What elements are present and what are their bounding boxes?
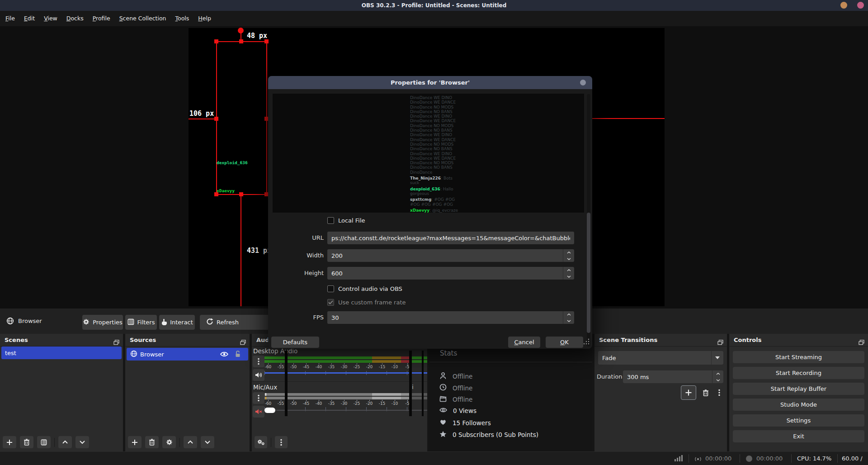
menu-item[interactable]: Docks: [62, 11, 88, 26]
menu-item[interactable]: File: [1, 11, 19, 26]
chat-message: DinoDance WE DINO: [410, 95, 452, 100]
remove-scene-button[interactable]: [20, 436, 33, 448]
visibility-eye-icon[interactable]: [220, 351, 228, 359]
add-transition-button[interactable]: [681, 385, 696, 400]
chat-message: #OG #OG #OG #OG: [410, 202, 453, 207]
chat-line: gorgeous: [410, 191, 458, 196]
dialog-titlebar[interactable]: Properties for 'Browser': [268, 76, 592, 89]
properties-dialog: Properties for 'Browser' DinoDance WE DI…: [268, 76, 592, 349]
add-scene-button[interactable]: [3, 436, 16, 448]
volume-slider[interactable]: [264, 372, 427, 374]
menu-item[interactable]: Edit: [19, 11, 39, 26]
dialog-close-icon[interactable]: [580, 80, 586, 85]
url-input[interactable]: ps://chat.constt.de/rocketleague?maxMess…: [327, 232, 574, 244]
refresh-button[interactable]: Refresh: [200, 315, 274, 330]
unlock-icon[interactable]: [235, 350, 241, 359]
fps-spinbox[interactable]: 30: [327, 311, 574, 324]
resize-handle-top-left[interactable]: [214, 39, 218, 43]
control-button[interactable]: Start Replay Buffer: [733, 383, 864, 395]
chat-message: DinoDance NO BANS: [410, 109, 453, 114]
volume-slider-handle[interactable]: [264, 408, 275, 413]
fps-label: FPS: [268, 311, 324, 324]
url-label: URL: [268, 232, 324, 244]
local-file-checkbox[interactable]: [327, 217, 334, 224]
move-scene-up-button[interactable]: [58, 436, 72, 448]
filters-button[interactable]: Filters: [125, 315, 157, 330]
source-list-item[interactable]: Browser: [127, 348, 248, 361]
resize-handle-top-right[interactable]: [264, 39, 269, 43]
duration-label: Duration: [594, 370, 623, 383]
transitions-dock-title: Scene Transitions: [599, 337, 657, 343]
control-button[interactable]: Start Recording: [733, 367, 864, 379]
move-source-up-button[interactable]: [184, 436, 197, 448]
transition-menu-button[interactable]: [715, 387, 723, 399]
add-source-button[interactable]: [128, 436, 142, 448]
sources-dock-title: Sources: [130, 337, 156, 343]
gear-icon: [83, 318, 90, 327]
interact-button[interactable]: Interact: [159, 315, 195, 330]
scenes-dock: Scenes Scene test: [0, 334, 123, 451]
ok-button[interactable]: OK: [546, 337, 583, 348]
remove-transition-button[interactable]: [700, 387, 712, 399]
menu-item[interactable]: View: [39, 11, 62, 26]
stats-value: Offline: [453, 373, 472, 380]
chat-message: DinoDance WE DANCE: [410, 100, 456, 104]
popout-icon[interactable]: [240, 337, 246, 349]
meter-scale-label: -20: [363, 401, 376, 406]
volume-meter-muted: [264, 393, 427, 396]
resize-grip-icon[interactable]: [583, 338, 590, 347]
control-button[interactable]: Start Streaming: [733, 351, 864, 363]
height-spinbox[interactable]: 600: [327, 267, 574, 280]
selected-source-label: Browser: [18, 318, 42, 324]
window-button-close[interactable]: [857, 2, 864, 9]
dialog-scrollbar[interactable]: [587, 94, 590, 346]
spin-down-icon: [567, 275, 571, 278]
chat-message: DinoDance NO BANS: [410, 165, 453, 170]
remove-source-button[interactable]: [145, 436, 159, 448]
chat-line: DinoDance NO MODS: [410, 105, 458, 109]
menu-item[interactable]: Scene Collection: [115, 11, 171, 26]
muted-speaker-icon[interactable]: [253, 406, 264, 418]
volume-slider-track[interactable]: [276, 410, 427, 411]
cancel-button[interactable]: Cancel: [508, 337, 540, 348]
chat-message: DinoDance WE DINO: [410, 152, 452, 156]
scene-list-item[interactable]: test: [1, 346, 122, 359]
window-button-minimize[interactable]: [840, 2, 847, 9]
resize-handle-top-center[interactable]: [239, 39, 243, 43]
move-source-down-button[interactable]: [201, 436, 214, 448]
meter-scale-label: -10: [388, 401, 401, 406]
mixer-menu-button[interactable]: [275, 436, 288, 448]
menu-bar: FileEditViewDocksProfileScene Collection…: [0, 11, 868, 26]
custom-framerate-checkbox[interactable]: [327, 299, 334, 306]
chat-message: : #OG #OG: [431, 197, 455, 202]
control-button[interactable]: Studio Mode: [733, 399, 864, 411]
width-spinbox[interactable]: 200: [327, 249, 574, 262]
chat-message: DinoDance WE DINO: [410, 133, 452, 137]
scene-filters-button[interactable]: [37, 436, 51, 448]
spacing-line-left: [189, 119, 216, 119]
custom-framerate-label: Use custom frame rate: [338, 299, 406, 306]
menu-item[interactable]: Help: [193, 11, 216, 26]
stats-row: 0 Subscribers (0 Sub Points): [439, 431, 538, 439]
menu-item[interactable]: Profile: [88, 11, 115, 26]
advanced-audio-button[interactable]: [255, 436, 267, 448]
refresh-icon: [206, 318, 213, 327]
refresh-button-label: Refresh: [217, 319, 239, 326]
duration-spinbox[interactable]: 300 ms: [623, 370, 723, 383]
scrollbar-thumb[interactable]: [587, 213, 590, 333]
control-button[interactable]: Settings: [733, 414, 864, 427]
statusbar-separator: [689, 454, 689, 463]
defaults-button[interactable]: Defaults: [271, 337, 319, 348]
speaker-icon[interactable]: [253, 369, 264, 381]
window-title: OBS 30.2.3 - Profile: Untitled - Scenes:…: [0, 0, 868, 11]
move-scene-down-button[interactable]: [75, 436, 89, 448]
properties-button[interactable]: Properties: [82, 315, 123, 330]
popout-icon[interactable]: [717, 337, 723, 349]
control-audio-checkbox[interactable]: [327, 285, 334, 292]
source-properties-button[interactable]: [162, 436, 176, 448]
menu-item[interactable]: Tools: [171, 11, 194, 26]
transition-select[interactable]: Fade: [598, 351, 723, 365]
control-button[interactable]: Exit: [733, 430, 864, 442]
dialog-title: Properties for 'Browser': [391, 79, 470, 86]
chat-line: DinoDance NO MODS: [410, 123, 458, 128]
